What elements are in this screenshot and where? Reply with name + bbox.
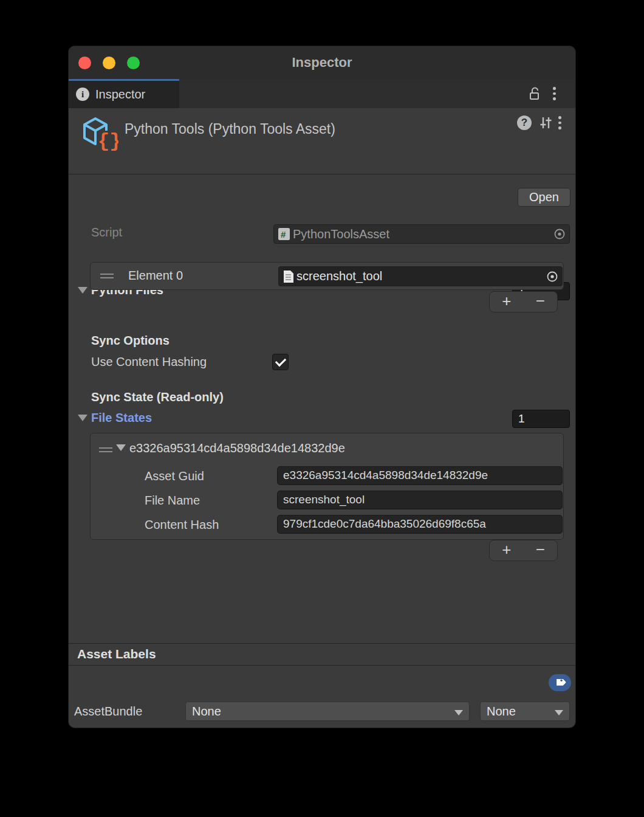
python-files-list-controls: + − bbox=[489, 291, 558, 312]
file-states-label[interactable]: File States bbox=[91, 411, 152, 425]
unlock-icon[interactable] bbox=[528, 86, 543, 101]
file-states-size-field[interactable]: 1 bbox=[512, 410, 570, 428]
script-value: PythonToolsAsset bbox=[293, 227, 551, 241]
svg-text:#: # bbox=[281, 229, 286, 240]
chevron-down-icon bbox=[454, 710, 463, 715]
assetbundle-variant-value: None bbox=[487, 705, 516, 718]
state-guid-header[interactable]: e3326a95314cd4a5898d34de14832d9e bbox=[129, 441, 345, 455]
file-states-list: e3326a95314cd4a5898d34de14832d9e Asset G… bbox=[90, 433, 564, 540]
tab-label: Inspector bbox=[95, 81, 145, 108]
window-titlebar[interactable]: Inspector bbox=[69, 46, 575, 79]
open-button[interactable]: Open bbox=[518, 188, 570, 207]
csharp-script-icon: # bbox=[278, 227, 290, 241]
asset-guid-label: Asset Guid bbox=[145, 469, 204, 483]
chevron-down-icon bbox=[555, 710, 563, 715]
state-foldout-icon[interactable] bbox=[116, 444, 126, 451]
element0-object-field[interactable]: screenshot_tool bbox=[278, 266, 563, 286]
text-asset-icon bbox=[283, 270, 294, 283]
python-files-list: Element 0 screenshot_tool bbox=[90, 262, 564, 290]
assetbundle-dropdown[interactable]: None bbox=[185, 702, 470, 721]
asset-labels-bar: Asset Labels bbox=[69, 643, 575, 666]
use-content-hashing-checkbox[interactable] bbox=[272, 354, 289, 370]
remove-element-button[interactable]: − bbox=[524, 292, 558, 312]
drag-handle-icon[interactable] bbox=[99, 447, 112, 455]
tag-icon bbox=[554, 677, 566, 689]
python-tools-asset-icon: {} bbox=[81, 114, 118, 156]
script-object-field[interactable]: # PythonToolsAsset bbox=[273, 224, 570, 244]
presets-icon[interactable] bbox=[538, 115, 553, 130]
assetbundle-label: AssetBundle bbox=[74, 705, 142, 719]
content-hash-value[interactable]: 979cf1cde0c7da64bba35026d69f8c65a bbox=[277, 515, 563, 534]
window-title: Inspector bbox=[69, 46, 575, 79]
label-tag-button[interactable] bbox=[549, 674, 571, 691]
element0-value: screenshot_tool bbox=[296, 269, 544, 283]
object-picker-icon[interactable] bbox=[546, 271, 558, 283]
tab-bar: i Inspector bbox=[69, 79, 575, 108]
object-picker-icon[interactable] bbox=[553, 228, 566, 240]
file-name-value[interactable]: screenshot_tool bbox=[277, 491, 563, 509]
tab-inspector[interactable]: i Inspector bbox=[69, 79, 179, 108]
drag-handle-icon[interactable] bbox=[100, 274, 114, 281]
asset-labels-heading: Asset Labels bbox=[77, 647, 156, 661]
assetbundle-variant-dropdown[interactable]: None bbox=[480, 702, 570, 721]
remove-state-button[interactable]: − bbox=[524, 540, 558, 560]
sync-options-heading: Sync Options bbox=[91, 334, 170, 348]
component-title: Python Tools (Python Tools Asset) bbox=[125, 121, 335, 137]
element0-label: Element 0 bbox=[128, 269, 183, 283]
file-states-foldout-icon[interactable] bbox=[78, 415, 87, 421]
file-states-list-controls: + − bbox=[489, 540, 558, 561]
use-content-hashing-label: Use Content Hashing bbox=[91, 355, 207, 369]
assetbundle-value: None bbox=[192, 705, 221, 718]
sync-state-heading: Sync State (Read-only) bbox=[91, 390, 224, 404]
checkmark-icon bbox=[275, 356, 286, 367]
component-menu-kebab-icon[interactable] bbox=[558, 116, 561, 130]
svg-text:{}: {} bbox=[98, 130, 118, 153]
file-name-label: File Name bbox=[145, 494, 200, 508]
component-header: {} Python Tools (Python Tools Asset) ? O… bbox=[69, 108, 575, 174]
help-icon[interactable]: ? bbox=[517, 115, 532, 130]
content-hash-label: Content Hash bbox=[145, 518, 219, 532]
python-files-foldout-icon[interactable] bbox=[78, 287, 87, 294]
info-icon: i bbox=[76, 88, 89, 101]
asset-guid-value[interactable]: e3326a95314cd4a5898d34de14832d9e bbox=[277, 466, 563, 485]
add-element-button[interactable]: + bbox=[490, 292, 524, 312]
inspector-window: Inspector i Inspector {} bbox=[69, 46, 575, 728]
tab-menu-kebab-icon[interactable] bbox=[553, 87, 556, 101]
add-state-button[interactable]: + bbox=[490, 540, 524, 560]
script-label: Script bbox=[91, 226, 122, 240]
